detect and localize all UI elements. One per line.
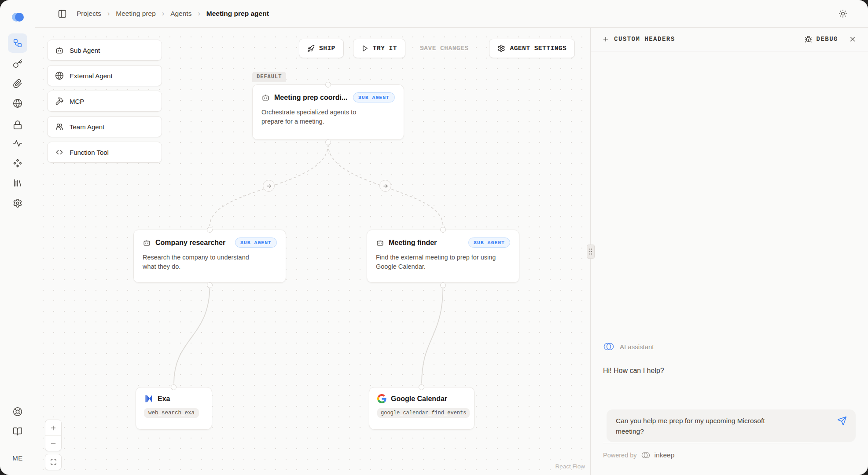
- handle-finder-top[interactable]: [440, 227, 446, 233]
- palette-function-tool[interactable]: Function Tool: [47, 142, 162, 163]
- components-icon: [13, 158, 22, 168]
- fit-view-button[interactable]: [45, 454, 61, 470]
- tool-id-tag: google_calendar_find_events: [377, 408, 470, 418]
- send-button[interactable]: [837, 416, 847, 426]
- gear-icon: [13, 198, 22, 208]
- try-it-button[interactable]: TRY IT: [353, 39, 405, 58]
- panel-left-toggle[interactable]: [55, 6, 70, 21]
- node-title: Google Calendar: [391, 395, 447, 403]
- sub-agent-badge: SUB AGENT: [468, 238, 510, 248]
- breadcrumb-agents[interactable]: Agents: [170, 10, 191, 18]
- close-icon: [849, 35, 857, 43]
- minus-icon: [50, 440, 57, 447]
- user-avatar[interactable]: ME: [8, 448, 27, 468]
- node-google-calendar-tool[interactable]: Google Calendar google_calendar_find_eve…: [369, 387, 474, 430]
- debug-label: DEBUG: [816, 36, 838, 43]
- assistant-header: AI assistant: [603, 342, 654, 351]
- life-buoy-icon: [13, 407, 22, 417]
- canvas-toolbar: SHIP TRY IT SAVE CHANGES AGENT SETTINGS: [299, 39, 575, 58]
- code-icon: [55, 148, 64, 157]
- arrow-right-icon: [383, 183, 389, 189]
- sidebar-item-external-agents[interactable]: [8, 94, 27, 113]
- default-agent-tag: DEFAULT: [252, 72, 286, 82]
- chat-panel-header: CUSTOM HEADERS DEBUG: [591, 27, 868, 51]
- agent-builder-window: ME Projects › Meeting prep › Agents › Me…: [0, 0, 868, 475]
- edge-finder-gcal: [422, 286, 443, 384]
- custom-headers-label: CUSTOM HEADERS: [614, 36, 675, 43]
- palette-external-agent[interactable]: External Agent: [47, 65, 162, 86]
- powered-by[interactable]: Powered by inkeep: [603, 451, 674, 459]
- handle-researcher-bottom[interactable]: [207, 282, 213, 288]
- save-changes-label: SAVE CHANGES: [420, 45, 468, 52]
- edge-label-right[interactable]: [379, 180, 391, 192]
- sidebar-item-credentials[interactable]: [8, 74, 27, 93]
- maximize-icon: [50, 459, 57, 465]
- sidebar-item-components[interactable]: [8, 153, 27, 173]
- activity-icon: [13, 139, 22, 148]
- chevron-right-icon: ›: [162, 10, 164, 18]
- custom-headers-button[interactable]: CUSTOM HEADERS: [602, 36, 675, 43]
- agent-settings-button[interactable]: AGENT SETTINGS: [489, 39, 575, 58]
- arrow-right-icon: [266, 183, 272, 189]
- chat-panel: CUSTOM HEADERS DEBUG AI assistant Hi! Ho…: [590, 27, 868, 475]
- sidebar-item-library[interactable]: [8, 173, 27, 193]
- bot-icon: [376, 238, 384, 247]
- node-description: Find the external meeting to prep for us…: [376, 253, 498, 271]
- handle-coordinator-bottom[interactable]: [325, 139, 331, 145]
- node-palette: Sub Agent External Agent MCP Team Agent …: [47, 40, 162, 163]
- sidebar-item-api-keys[interactable]: [8, 54, 27, 73]
- palette-label: External Agent: [70, 72, 113, 80]
- node-description: Orchestrate specialized agents to prepar…: [261, 108, 371, 126]
- node-exa-tool[interactable]: Exa web_search_exa: [136, 387, 212, 430]
- breadcrumb-projects[interactable]: Projects: [77, 10, 101, 18]
- handle-exa-top[interactable]: [171, 384, 177, 390]
- sidebar-item-docs[interactable]: [8, 422, 27, 441]
- sidebar-item-activity[interactable]: [8, 134, 27, 153]
- node-company-researcher[interactable]: Company researcher SUB AGENT Research th…: [133, 230, 286, 283]
- zoom-in-button[interactable]: [45, 420, 61, 435]
- handle-gcal-top[interactable]: [419, 384, 424, 390]
- breadcrumb-current: Meeting prep agent: [206, 10, 269, 18]
- inkeep-mark-icon: [641, 451, 651, 459]
- node-description: Research the company to understand what …: [143, 253, 256, 271]
- inkeep-logo[interactable]: [11, 11, 26, 23]
- sidebar-item-help[interactable]: [8, 402, 27, 421]
- flow-canvas[interactable]: Sub Agent External Agent MCP Team Agent …: [35, 27, 590, 475]
- panel-resize-grip[interactable]: [587, 245, 595, 259]
- sidebar-item-settings[interactable]: [8, 194, 27, 213]
- zoom-controls: [45, 420, 62, 470]
- handle-coordinator-top[interactable]: [325, 82, 331, 88]
- sidebar-item-security[interactable]: [8, 115, 27, 135]
- node-meeting-finder[interactable]: Meeting finder SUB AGENT Find the extern…: [367, 230, 519, 283]
- debug-button[interactable]: DEBUG: [805, 36, 838, 43]
- handle-researcher-top[interactable]: [207, 227, 213, 233]
- ship-button[interactable]: SHIP: [299, 39, 344, 58]
- handle-finder-bottom[interactable]: [440, 282, 446, 288]
- zoom-out-button[interactable]: [45, 435, 61, 451]
- node-meeting-prep-coordinator[interactable]: Meeting prep coordi... SUB AGENT Orchest…: [252, 84, 404, 140]
- edge-label-left[interactable]: [263, 180, 275, 192]
- palette-team-agent[interactable]: Team Agent: [47, 116, 162, 137]
- save-changes-button[interactable]: SAVE CHANGES: [412, 39, 477, 58]
- sidebar-item-workflow[interactable]: [8, 33, 27, 53]
- agent-settings-label: AGENT SETTINGS: [510, 45, 566, 52]
- palette-label: Function Tool: [70, 149, 109, 156]
- react-flow-attribution[interactable]: React Flow: [555, 463, 585, 470]
- try-it-label: TRY IT: [373, 45, 397, 52]
- palette-label: Sub Agent: [70, 47, 100, 54]
- assistant-label: AI assistant: [620, 343, 654, 351]
- close-panel-button[interactable]: [849, 35, 857, 43]
- edge-researcher-exa: [174, 286, 210, 384]
- google-logo: [377, 394, 386, 403]
- hammer-icon: [55, 97, 64, 106]
- globe-icon: [13, 99, 22, 108]
- bot-icon: [143, 238, 151, 247]
- chat-input[interactable]: Can you help me prep for my upcoming Mic…: [607, 409, 856, 442]
- bot-icon: [261, 93, 270, 102]
- bot-icon: [55, 46, 64, 55]
- palette-sub-agent[interactable]: Sub Agent: [47, 40, 162, 61]
- theme-toggle[interactable]: [835, 6, 850, 21]
- palette-mcp[interactable]: MCP: [47, 91, 162, 112]
- sub-agent-badge: SUB AGENT: [235, 238, 277, 248]
- breadcrumb-meeting-prep[interactable]: Meeting prep: [116, 10, 155, 18]
